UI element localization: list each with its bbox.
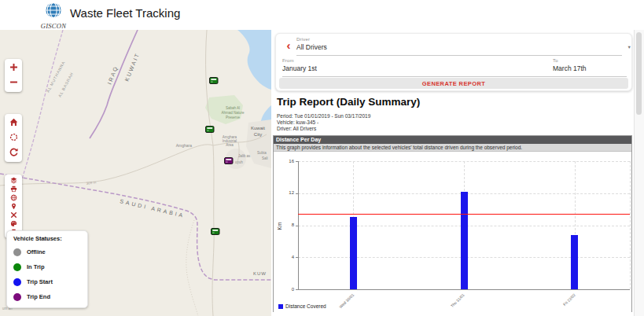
y-tick-label: 4 — [274, 255, 294, 259]
map-toolbar-group — [5, 59, 22, 92]
generate-report-button[interactable]: GENERATE REPORT — [279, 78, 628, 89]
map-panel: AL MUTHANNAAL BASRAHIRAQKUWAITSAUDI ARAB… — [0, 30, 271, 316]
home-icon — [9, 117, 19, 130]
map-label: Sabah Al — [226, 106, 240, 110]
y-tick-label: 16 — [274, 159, 294, 164]
legend-title: Vehicle Statuses: — [13, 235, 87, 242]
page-title: Waste Fleet Tracking — [70, 6, 180, 20]
report-title: Trip Report (Daily Summary) — [277, 96, 420, 108]
status-label: Trip Start — [27, 278, 53, 285]
from-value: January 1st — [282, 64, 553, 72]
scrollbar-thumb[interactable] — [636, 32, 642, 115]
filter-card: ‹ Driver All Drivers ▼ From January 1st … — [275, 33, 632, 91]
map-toolbar-group — [5, 114, 22, 162]
chart-legend: Distance Covered — [278, 303, 326, 309]
chart-title-bar: Distance Per Day — [274, 136, 631, 144]
chart-bar — [571, 235, 578, 289]
refresh-button[interactable] — [6, 145, 21, 160]
zoom-out-icon — [9, 77, 19, 90]
map-label: KUW — [253, 271, 267, 276]
vehicle-marker-trip-end[interactable] — [225, 158, 234, 164]
y-tick-label: 0 — [274, 287, 294, 292]
date-range-row: From January 1st To March 17th — [282, 58, 627, 77]
chart-bar — [461, 192, 468, 289]
map-label: Jalib as — [238, 154, 251, 158]
status-dot-icon — [13, 263, 21, 271]
back-button[interactable]: ‹ — [282, 39, 295, 53]
to-date-field[interactable]: To March 17th — [553, 58, 627, 72]
x-axis-line — [298, 289, 630, 290]
status-dot-icon — [13, 248, 21, 256]
zoom-out-button[interactable] — [6, 75, 21, 90]
vehicle-marker-in-trip[interactable] — [212, 229, 220, 235]
app-window: GISCON Waste Fleet Tracking AL MUTHANNAA… — [0, 0, 644, 316]
app-header: GISCON Waste Fleet Tracking — [0, 0, 644, 30]
home-button[interactable] — [6, 116, 21, 130]
gridline-v — [630, 161, 631, 289]
giscon-logo: GISCON — [39, 2, 68, 30]
chart-bar — [350, 217, 357, 289]
from-date-field[interactable]: From January 1st — [282, 58, 553, 72]
vehicle-marker-in-trip[interactable] — [206, 127, 215, 133]
map-label: Sali — [262, 156, 268, 160]
report-vehicle: Vehicle: kuw-345 - — [277, 119, 370, 126]
x-tick-label: Fri 22/02 — [562, 292, 576, 307]
legend-item: Offline — [13, 244, 87, 259]
x-tick-label: Thu 31/01 — [450, 292, 466, 308]
map-toolbar-group — [5, 175, 22, 238]
status-label: In Trip — [27, 263, 45, 270]
y-axis-line — [298, 161, 299, 289]
driver-select[interactable]: Driver All Drivers ▼ — [296, 37, 622, 56]
report-panel: ‹ Driver All Drivers ▼ From January 1st … — [271, 30, 644, 316]
map-label: Subta — [257, 151, 267, 155]
x-tick-label: Wed 30/01 — [338, 292, 355, 309]
status-dot-icon — [13, 293, 21, 301]
map-label: Preserve — [226, 116, 241, 119]
to-label: To — [553, 58, 627, 63]
panel-scrollbar[interactable] — [634, 30, 644, 316]
status-dot-icon — [13, 278, 21, 286]
legend-color-swatch — [278, 304, 283, 309]
legend-item: Trip Start — [13, 274, 87, 289]
report-period: Period: Tue 01/01/2019 - Sun 03/17/2019 — [277, 113, 370, 119]
zoom-in-icon — [9, 62, 19, 75]
distance-chart: Distance Per Day This graph provides inf… — [273, 135, 632, 312]
map-label: Ahmad Nature — [221, 111, 245, 115]
legend-series-label: Distance Covered — [285, 303, 326, 309]
refresh-icon — [9, 147, 19, 160]
map-label: Kuwait — [251, 126, 265, 130]
legend-item: Trip End — [13, 289, 87, 304]
status-label: Trip End — [27, 293, 50, 300]
reference-line — [298, 214, 630, 215]
map-label: City — [254, 132, 262, 137]
y-tick-label: 8 — [274, 222, 294, 227]
globe-logo-icon — [45, 8, 62, 21]
map-label: uyuh — [235, 160, 243, 164]
y-tick-label: 12 — [274, 190, 294, 195]
chevron-down-icon: ▼ — [627, 45, 631, 50]
vehicle-status-legend: Vehicle Statuses: OfflineIn TripTrip Sta… — [6, 230, 88, 308]
from-label: From — [282, 58, 553, 63]
vehicle-marker-in-trip[interactable] — [210, 78, 219, 84]
chart-subtitle-bar: This graph provides information about th… — [274, 144, 631, 152]
report-driver: Driver: All Drivers — [277, 126, 370, 132]
driver-value: All Drivers — [296, 43, 622, 51]
extent-icon — [9, 132, 19, 145]
status-label: Offline — [27, 248, 46, 255]
driver-label: Driver — [296, 37, 622, 42]
extent-button[interactable] — [6, 130, 21, 145]
logo-text: GISCON — [39, 22, 68, 30]
report-meta: Period: Tue 01/01/2019 - Sun 03/17/2019 … — [277, 113, 370, 132]
chart-plot: Km Distance Covered 0481216Wed 30/01Thu … — [274, 152, 631, 312]
legend-item: In Trip — [13, 259, 87, 274]
to-value: March 17th — [553, 64, 627, 72]
zoom-in-button[interactable] — [6, 61, 21, 75]
map-label: Area — [226, 143, 234, 147]
map-label: Amghara — [176, 143, 193, 148]
